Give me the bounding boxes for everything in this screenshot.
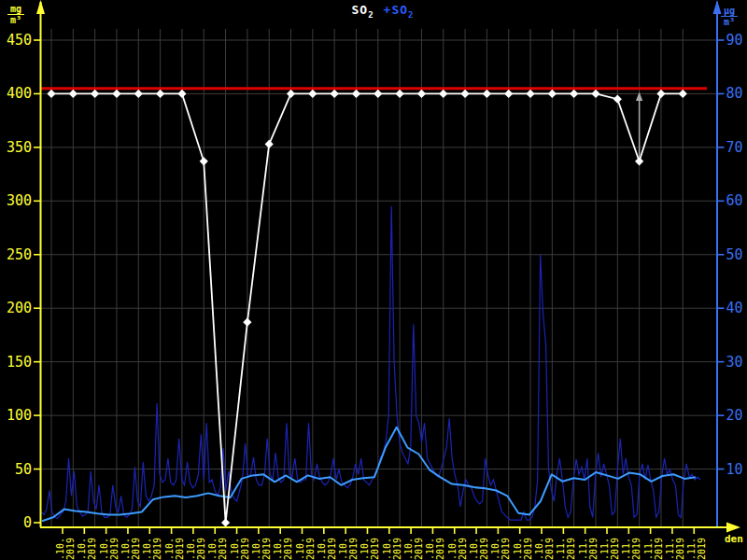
data-point-diamond — [177, 90, 186, 98]
x-axis-date-label: 12.10. — [120, 538, 131, 560]
so2-chart-window: 4504003503002502001501005009080706050403… — [0, 0, 747, 560]
data-point-diamond — [134, 90, 143, 98]
left-axis-tick-label: 350 — [7, 139, 32, 156]
x-axis-date-label: 18.10. — [251, 538, 261, 560]
data-point-diamond — [156, 90, 164, 98]
chart-canvas: 4504003503002502001501005009080706050403… — [0, 0, 747, 560]
x-axis-year-label: 2019 — [370, 538, 380, 560]
x-axis-year-label: 2019 — [131, 538, 141, 560]
right-axis-tick-label: 10 — [726, 461, 743, 478]
x-axis: 9.10.201910.10.201911.10.201912.10.20191… — [40, 523, 740, 560]
right-axis-tick-label: 70 — [726, 139, 743, 156]
data-point-diamond — [613, 95, 622, 104]
x-axis-year-label: 2019 — [654, 538, 664, 560]
x-axis-year-label: 2019 — [697, 538, 707, 560]
x-axis-year-label: 2019 — [523, 538, 533, 560]
x-axis-date-label: 26.10. — [425, 538, 435, 560]
x-axis-date-label: 6.11. — [665, 538, 675, 560]
legend-series-daily: SO2 — [352, 3, 374, 17]
x-axis-date-label: 25.10. — [403, 538, 414, 560]
x-axis-date-label: 27.10. — [447, 538, 458, 560]
x-axis-arrow-icon — [726, 523, 740, 533]
x-axis-year-label: 2019 — [283, 538, 293, 560]
x-axis-date-label: 11.10. — [99, 538, 109, 560]
data-point-diamond — [47, 90, 55, 98]
x-axis-year-label: 2019 — [435, 538, 445, 560]
data-point-diamond — [69, 90, 78, 98]
right-axis-tick-label: 30 — [726, 354, 743, 371]
x-axis-date-label: 31.10. — [534, 538, 544, 560]
x-axis-date-label: 9.10. — [55, 538, 65, 560]
left-axis-tick-label: 50 — [15, 461, 32, 478]
x-axis-year-label: 2019 — [675, 538, 685, 560]
data-point-diamond — [243, 318, 251, 327]
x-axis-year-label: 2019 — [109, 538, 120, 560]
x-axis-label: den — [725, 533, 743, 545]
x-axis-year-label: 2019 — [414, 538, 424, 560]
x-axis-date-label: 15.10. — [186, 538, 196, 560]
left-axis-tick-label: 450 — [7, 32, 32, 49]
x-axis-year-label: 2019 — [261, 538, 272, 560]
left-axis-tick-label: 200 — [7, 300, 32, 316]
x-axis-year-label: 2019 — [152, 538, 162, 560]
x-axis-date-label: 17.10. — [230, 538, 240, 560]
x-axis-year-label: 2019 — [479, 538, 489, 560]
legend-series-raw: +SO2 — [384, 3, 415, 17]
x-axis-year-label: 2019 — [500, 538, 511, 560]
data-point-diamond — [460, 90, 469, 98]
x-axis-year-label: 2019 — [588, 538, 599, 560]
data-point-diamond — [635, 157, 643, 165]
data-point-diamond — [112, 90, 120, 98]
x-axis-date-label: 30.10. — [513, 538, 523, 560]
x-axis-date-label: 20.10. — [295, 538, 305, 560]
left-axis-tick-label: 150 — [7, 354, 32, 371]
right-axis-tick-label: 90 — [726, 32, 743, 49]
data-point-diamond — [91, 90, 99, 98]
left-axis-tick-label: 0 — [23, 514, 32, 531]
right-axis-unit-label: µgm³ — [721, 6, 738, 27]
x-axis-year-label: 2019 — [87, 538, 97, 560]
x-axis-year-label: 2019 — [348, 538, 359, 560]
data-point-diamond — [591, 90, 599, 98]
x-axis-year-label: 2019 — [610, 538, 620, 560]
x-axis-year-label: 2019 — [631, 538, 641, 560]
data-point-diamond — [439, 90, 447, 98]
right-axis-tick-label: 80 — [726, 85, 743, 102]
x-axis-date-label: 22.10. — [338, 538, 348, 560]
x-axis-date-label: 23.10. — [359, 538, 370, 560]
x-axis-date-label: 14.10. — [164, 538, 175, 560]
x-axis-year-label: 2019 — [196, 538, 206, 560]
data-point-diamond — [570, 90, 578, 98]
left-axis-tick-label: 250 — [7, 246, 32, 263]
data-point-diamond — [331, 90, 339, 98]
x-axis-year-label: 2019 — [65, 538, 76, 560]
x-axis-year-label: 2019 — [175, 538, 185, 560]
x-axis-date-label: 7.11. — [686, 538, 697, 560]
data-point-diamond — [504, 90, 513, 98]
x-axis-date-label: 10.10. — [77, 538, 87, 560]
x-axis-date-label: 28.10. — [469, 538, 479, 560]
x-axis-date-label: 1.11. — [556, 538, 566, 560]
data-point-diamond — [548, 90, 557, 98]
left-axis-tick-label: 300 — [7, 192, 32, 209]
right-axis-tick-label: 20 — [726, 407, 743, 424]
x-axis-date-label: 29.10. — [490, 538, 500, 560]
data-point-diamond — [483, 90, 491, 98]
chart-title: SO2+SO2 — [271, 3, 495, 20]
x-axis-year-label: 2019 — [218, 538, 228, 560]
left-axis-unit-label: mgm³ — [7, 4, 24, 25]
right-axis-tick-label: 60 — [726, 192, 743, 209]
data-point-diamond — [526, 90, 534, 98]
left-axis-arrow-icon — [36, 0, 45, 14]
x-axis-year-label: 2019 — [305, 538, 316, 560]
x-axis-year-label: 2019 — [544, 538, 555, 560]
x-axis-date-label: 21.10. — [317, 538, 327, 560]
data-point-diamond — [417, 90, 426, 98]
left-axis-tick-label: 100 — [7, 407, 32, 424]
x-axis-date-label: 5.11. — [643, 538, 654, 560]
x-axis-year-label: 2019 — [240, 538, 250, 560]
x-axis-date-label: 4.11. — [621, 538, 631, 560]
right-axis-tick-label: 40 — [726, 300, 743, 316]
x-axis-date-label: 24.10. — [382, 538, 392, 560]
data-point-diamond — [200, 157, 208, 165]
